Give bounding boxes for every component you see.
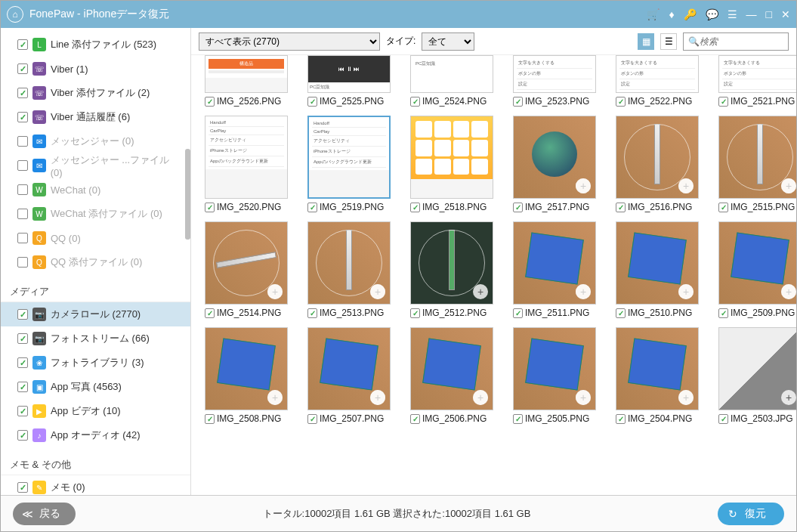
thumbnail-item[interactable]: + IMG_2505.PNG: [513, 327, 596, 427]
checkbox[interactable]: [17, 309, 28, 320]
thumbnail-image[interactable]: +: [718, 221, 796, 305]
thumbnail-image[interactable]: +: [205, 221, 288, 305]
recover-button[interactable]: ↻ 復元: [718, 503, 784, 525]
checkbox[interactable]: [17, 88, 28, 98]
checkbox[interactable]: [616, 308, 626, 318]
thumbnail-image[interactable]: [410, 116, 493, 199]
grid-view-button[interactable]: ▦: [638, 33, 654, 50]
checkbox[interactable]: [718, 414, 728, 424]
checkbox[interactable]: [410, 97, 420, 107]
key-icon[interactable]: 🔑: [684, 8, 697, 20]
search-box[interactable]: 🔍: [683, 32, 789, 51]
back-button[interactable]: ≪ 戻る: [13, 503, 76, 525]
checkbox[interactable]: [17, 382, 28, 392]
sidebar-item[interactable]: ▣ App 写真 (4563): [1, 375, 190, 399]
sidebar-item[interactable]: ☏ Viber (1): [1, 57, 190, 81]
thumbnail-image[interactable]: +: [410, 327, 493, 410]
thumbnail-image[interactable]: +: [513, 116, 596, 199]
sidebar-item[interactable]: ▶ App ビデオ (10): [1, 399, 190, 423]
thumbnail-image[interactable]: +: [718, 327, 796, 410]
type-select[interactable]: 全て: [422, 32, 474, 51]
checkbox[interactable]: [17, 112, 28, 122]
checkbox[interactable]: [513, 203, 523, 212]
sidebar-item[interactable]: ❀ フォトライブラリ (3): [1, 351, 190, 375]
sidebar-item[interactable]: 📷 カメラロール (2770): [1, 302, 190, 326]
thumbnail-image[interactable]: 文字を大きくするボタンの形設定: [616, 55, 699, 93]
thumbnail-item[interactable]: + IMG_2516.PNG: [616, 116, 699, 215]
menu-icon[interactable]: ☰: [727, 8, 737, 20]
thumbnail-image[interactable]: HandoffCarPlayアクセシビリティiPhoneストレージAppのバック…: [307, 116, 391, 199]
thumbnail-item[interactable]: 文字を大きくするボタンの形設定 IMG_2523.PNG: [513, 55, 596, 110]
cart-icon[interactable]: 🛒: [647, 8, 660, 20]
thumbnail-item[interactable]: + IMG_2508.PNG: [205, 327, 288, 427]
checkbox[interactable]: [205, 97, 215, 107]
thumbnail-image[interactable]: +: [410, 221, 493, 305]
checkbox[interactable]: [17, 136, 28, 147]
checkbox[interactable]: [307, 414, 317, 424]
maximize-icon[interactable]: □: [766, 8, 772, 20]
checkbox[interactable]: [718, 97, 728, 107]
thumbnail-image[interactable]: +: [205, 327, 288, 410]
checkbox[interactable]: [205, 414, 215, 424]
filter-select[interactable]: すべて表示 (2770): [199, 32, 380, 51]
minimize-icon[interactable]: —: [746, 8, 757, 20]
checkbox[interactable]: [17, 63, 28, 74]
checkbox[interactable]: [616, 203, 626, 212]
thumbnail-image[interactable]: +: [513, 327, 596, 410]
sidebar-item[interactable]: ✎ メモ (0): [1, 475, 190, 495]
thumbnail-image[interactable]: +: [616, 221, 699, 305]
thumbnail-item[interactable]: HandoffCarPlayアクセシビリティiPhoneストレージAppのバック…: [307, 116, 391, 215]
thumbnail-item[interactable]: + IMG_2517.PNG: [513, 116, 596, 215]
home-icon[interactable]: ⌂: [7, 6, 23, 23]
thumbnail-image[interactable]: +: [616, 327, 699, 410]
thumbnail-image[interactable]: 文字を大きくするボタンの形設定: [513, 55, 596, 93]
thumbnail-item[interactable]: 文字を大きくするボタンの形設定 IMG_2522.PNG: [616, 55, 699, 110]
checkbox[interactable]: [17, 357, 28, 368]
list-view-button[interactable]: ☰: [660, 33, 677, 50]
thumbnail-item[interactable]: + IMG_2515.PNG: [718, 116, 796, 215]
sidebar-item[interactable]: ☏ Viber 通話履歴 (6): [1, 105, 190, 129]
checkbox[interactable]: [513, 97, 523, 107]
sidebar-scrollbar[interactable]: [185, 149, 190, 240]
thumbnail-item[interactable]: 構造品 IMG_2526.PNG: [205, 55, 288, 110]
checkbox[interactable]: [513, 308, 523, 318]
thumbnail-item[interactable]: + IMG_2503.JPG: [718, 327, 796, 427]
close-icon[interactable]: ✕: [781, 8, 790, 20]
checkbox[interactable]: [17, 406, 28, 416]
thumbnail-image[interactable]: +: [513, 221, 596, 305]
checkbox[interactable]: [17, 39, 28, 50]
thumbnail-item[interactable]: + IMG_2510.PNG: [616, 221, 699, 321]
checkbox[interactable]: [513, 414, 523, 424]
thumbnail-item[interactable]: ⏮ ⏸ ⏭PC豆知識 IMG_2525.PNG: [307, 55, 391, 110]
thumbnail-image[interactable]: PC豆知識: [410, 55, 493, 93]
checkbox[interactable]: [17, 482, 28, 493]
checkbox[interactable]: [17, 430, 28, 441]
thumbnail-image[interactable]: +: [718, 116, 796, 199]
thumbnail-image[interactable]: 文字を大きくするボタンの形設定: [718, 55, 796, 93]
checkbox[interactable]: [205, 308, 215, 318]
thumbnail-item[interactable]: + IMG_2514.PNG: [205, 221, 288, 321]
checkbox[interactable]: [410, 414, 420, 424]
checkbox[interactable]: [718, 203, 728, 212]
thumbnail-item[interactable]: + IMG_2511.PNG: [513, 221, 596, 321]
checkbox[interactable]: [616, 414, 626, 424]
checkbox[interactable]: [410, 308, 420, 318]
thumbnail-image[interactable]: +: [307, 327, 391, 410]
thumbnail-item[interactable]: + IMG_2507.PNG: [307, 327, 391, 427]
thumbnail-item[interactable]: + IMG_2509.PNG: [718, 221, 796, 321]
checkbox[interactable]: [17, 257, 28, 268]
checkbox[interactable]: [307, 308, 317, 318]
thumbnail-item[interactable]: + IMG_2504.PNG: [616, 327, 699, 427]
checkbox[interactable]: [410, 203, 420, 212]
thumbnail-image[interactable]: ⏮ ⏸ ⏭PC豆知識: [307, 55, 391, 93]
sidebar-item[interactable]: 📷 フォトストリーム (66): [1, 326, 190, 351]
checkbox[interactable]: [17, 184, 28, 195]
thumbnail-item[interactable]: PC豆知識 IMG_2524.PNG: [410, 55, 493, 110]
thumbnail-item[interactable]: + IMG_2512.PNG: [410, 221, 493, 321]
checkbox[interactable]: [17, 209, 28, 219]
checkbox[interactable]: [616, 97, 626, 107]
diamond-icon[interactable]: ♦: [669, 8, 674, 20]
search-input[interactable]: [700, 36, 783, 47]
thumbnail-item[interactable]: + IMG_2513.PNG: [307, 221, 391, 321]
thumbnail-item[interactable]: HandoffCarPlayアクセシビリティiPhoneストレージAppのバック…: [205, 116, 288, 215]
